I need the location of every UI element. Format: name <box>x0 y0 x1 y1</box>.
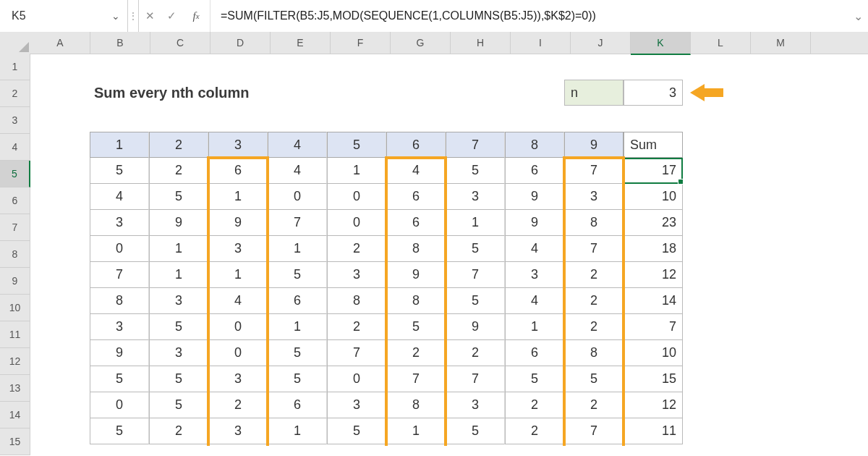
data-cell[interactable]: 3 <box>90 210 149 236</box>
data-cell[interactable]: 0 <box>90 236 149 262</box>
data-cell[interactable]: 7 <box>564 158 624 184</box>
sum-cell[interactable]: 17 <box>624 158 683 184</box>
data-cell[interactable]: 1 <box>327 158 386 184</box>
data-cell[interactable]: 1 <box>268 236 327 262</box>
data-cell[interactable]: 1 <box>149 262 208 288</box>
data-cell[interactable]: 5 <box>564 366 624 392</box>
data-cell[interactable]: 4 <box>268 158 327 184</box>
n-value[interactable]: 3 <box>624 80 683 106</box>
row-header-15[interactable]: 15 <box>0 428 30 455</box>
data-cell[interactable]: 5 <box>446 418 505 444</box>
col-header-K[interactable]: K <box>631 32 691 55</box>
data-cell[interactable]: 3 <box>327 392 386 418</box>
data-cell[interactable]: 2 <box>564 288 624 314</box>
row-header-11[interactable]: 11 <box>0 321 30 348</box>
col-header-L[interactable]: L <box>691 32 751 54</box>
table-header-2[interactable]: 2 <box>149 132 208 158</box>
row-header-3[interactable]: 3 <box>0 107 30 134</box>
col-header-D[interactable]: D <box>210 32 271 54</box>
data-cell[interactable]: 6 <box>505 340 564 366</box>
data-cell[interactable]: 5 <box>149 392 208 418</box>
data-cell[interactable]: 0 <box>208 340 268 366</box>
table-header-4[interactable]: 4 <box>268 132 327 158</box>
data-cell[interactable]: 2 <box>149 158 208 184</box>
data-cell[interactable]: 0 <box>327 210 386 236</box>
row-header-8[interactable]: 8 <box>0 241 30 268</box>
data-cell[interactable]: 3 <box>90 314 149 340</box>
data-cell[interactable]: 5 <box>90 158 149 184</box>
data-cell[interactable]: 3 <box>208 418 268 444</box>
table-header-6[interactable]: 6 <box>386 132 446 158</box>
data-cell[interactable]: 6 <box>386 184 446 210</box>
data-cell[interactable]: 8 <box>386 392 446 418</box>
data-cell[interactable]: 2 <box>327 314 386 340</box>
data-cell[interactable]: 9 <box>505 210 564 236</box>
name-box[interactable]: K5 ⌄ <box>0 0 128 32</box>
sum-cell[interactable]: 14 <box>624 288 683 314</box>
data-cell[interactable]: 0 <box>327 184 386 210</box>
data-cell[interactable]: 4 <box>505 236 564 262</box>
row-header-2[interactable]: 2 <box>0 80 30 107</box>
sum-cell[interactable]: 12 <box>624 262 683 288</box>
data-cell[interactable]: 5 <box>446 158 505 184</box>
data-cell[interactable]: 5 <box>268 366 327 392</box>
data-cell[interactable]: 1 <box>386 418 446 444</box>
data-cell[interactable]: 8 <box>386 236 446 262</box>
data-cell[interactable]: 1 <box>505 314 564 340</box>
row-header-10[interactable]: 10 <box>0 295 30 321</box>
data-cell[interactable]: 4 <box>386 158 446 184</box>
col-header-B[interactable]: B <box>90 32 150 54</box>
col-header-I[interactable]: I <box>511 32 571 54</box>
data-cell[interactable]: 8 <box>386 288 446 314</box>
formula-input[interactable]: =SUM(FILTER(B5:J5,MOD(SEQUENCE(1,COLUMNS… <box>210 0 848 32</box>
data-cell[interactable]: 4 <box>505 288 564 314</box>
data-cell[interactable]: 9 <box>90 340 149 366</box>
data-cell[interactable]: 9 <box>208 210 268 236</box>
sum-cell[interactable]: 10 <box>624 184 683 210</box>
data-cell[interactable]: 8 <box>327 288 386 314</box>
row-header-5[interactable]: 5 <box>0 161 30 187</box>
data-cell[interactable]: 7 <box>90 262 149 288</box>
data-cell[interactable]: 1 <box>446 210 505 236</box>
cancel-formula-button[interactable]: ✕ <box>139 0 161 32</box>
data-cell[interactable]: 7 <box>268 210 327 236</box>
row-header-9[interactable]: 9 <box>0 268 30 295</box>
row-header-13[interactable]: 13 <box>0 375 30 402</box>
data-cell[interactable]: 7 <box>446 262 505 288</box>
table-header-8[interactable]: 8 <box>505 132 564 158</box>
data-cell[interactable]: 6 <box>386 210 446 236</box>
data-cell[interactable]: 7 <box>446 366 505 392</box>
data-cell[interactable]: 3 <box>564 184 624 210</box>
row-header-4[interactable]: 4 <box>0 134 30 161</box>
data-cell[interactable]: 8 <box>564 210 624 236</box>
fx-button[interactable]: fx <box>182 0 210 32</box>
data-cell[interactable]: 5 <box>327 418 386 444</box>
table-header-3[interactable]: 3 <box>208 132 268 158</box>
data-cell[interactable]: 2 <box>564 392 624 418</box>
data-cell[interactable]: 3 <box>208 236 268 262</box>
data-cell[interactable]: 2 <box>208 392 268 418</box>
col-header-G[interactable]: G <box>391 32 451 54</box>
data-cell[interactable]: 3 <box>208 366 268 392</box>
col-header-F[interactable]: F <box>331 32 391 54</box>
data-cell[interactable]: 5 <box>90 418 149 444</box>
data-cell[interactable]: 2 <box>149 418 208 444</box>
col-header-M[interactable]: M <box>751 32 811 54</box>
data-cell[interactable]: 1 <box>268 418 327 444</box>
sum-cell[interactable]: 7 <box>624 314 683 340</box>
data-cell[interactable]: 2 <box>564 314 624 340</box>
data-cell[interactable]: 8 <box>564 340 624 366</box>
row-header-12[interactable]: 12 <box>0 348 30 375</box>
col-header-A[interactable]: A <box>30 32 90 54</box>
data-cell[interactable]: 7 <box>564 236 624 262</box>
data-cell[interactable]: 6 <box>505 158 564 184</box>
data-cell[interactable]: 9 <box>505 184 564 210</box>
data-cell[interactable]: 2 <box>505 392 564 418</box>
data-cell[interactable]: 9 <box>149 210 208 236</box>
data-cell[interactable]: 0 <box>208 314 268 340</box>
data-cell[interactable]: 3 <box>327 262 386 288</box>
data-cell[interactable]: 3 <box>446 184 505 210</box>
sum-cell[interactable]: 12 <box>624 392 683 418</box>
data-cell[interactable]: 2 <box>564 262 624 288</box>
data-cell[interactable]: 3 <box>446 392 505 418</box>
